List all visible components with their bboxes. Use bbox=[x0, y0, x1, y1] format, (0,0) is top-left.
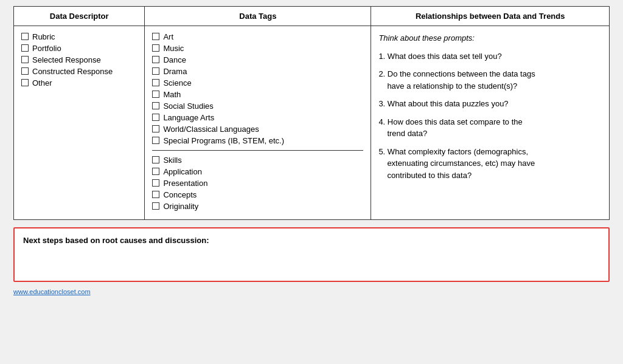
main-table: Data Descriptor Data Tags Relationships … bbox=[13, 6, 610, 220]
list-item: Skills bbox=[152, 156, 363, 165]
tag-label: Special Programs (IB, STEM, etc.) bbox=[163, 136, 284, 145]
prompt-number: 3. bbox=[378, 99, 387, 108]
list-item: Rubric bbox=[21, 32, 137, 41]
prompt-text: What complexity factors (demographics, bbox=[388, 147, 528, 156]
divider bbox=[152, 150, 363, 151]
list-item: Selected Response bbox=[21, 55, 137, 64]
page-wrapper: Data Descriptor Data Tags Relationships … bbox=[13, 6, 610, 296]
descriptor-label: Rubric bbox=[32, 32, 55, 41]
prompt-text: Do the connections between the data tags bbox=[388, 69, 535, 78]
header-descriptor: Data Descriptor bbox=[14, 7, 145, 26]
checkbox-world-languages[interactable] bbox=[152, 125, 159, 132]
list-item: Science bbox=[152, 78, 363, 88]
header-relationships: Relationships between Data and Trends bbox=[371, 7, 610, 26]
tag-label: Dance bbox=[163, 55, 186, 64]
footer-link[interactable]: www.educationcloset.com bbox=[13, 288, 91, 295]
checkbox-dance[interactable] bbox=[152, 56, 159, 63]
tag-label: Presentation bbox=[163, 179, 207, 188]
checkbox-art[interactable] bbox=[152, 33, 159, 40]
checkbox-music[interactable] bbox=[152, 44, 159, 52]
checkbox-special-programs[interactable] bbox=[152, 137, 159, 144]
prompt-text-cont2: contributed to this data? bbox=[378, 170, 602, 182]
list-item: Math bbox=[152, 90, 363, 99]
checkbox-application[interactable] bbox=[152, 168, 159, 175]
checkbox-selected-response[interactable] bbox=[21, 56, 29, 63]
checkbox-social-studies[interactable] bbox=[152, 102, 159, 109]
list-item: Art bbox=[152, 32, 363, 41]
list-item: Constructed Response bbox=[21, 67, 137, 76]
checkbox-portfolio[interactable] bbox=[21, 44, 29, 52]
list-item: Special Programs (IB, STEM, etc.) bbox=[152, 136, 363, 145]
tag-label: World/Classical Languages bbox=[163, 125, 259, 134]
list-item: Dance bbox=[152, 55, 363, 64]
checkbox-science[interactable] bbox=[152, 79, 159, 86]
prompt-text-cont: trend data? bbox=[378, 128, 602, 140]
descriptor-label: Other bbox=[32, 78, 52, 88]
list-item: Concepts bbox=[152, 190, 363, 199]
tag-label: Art bbox=[163, 32, 173, 41]
prompt-5: 5. What complexity factors (demographics… bbox=[378, 146, 602, 182]
tag-label: Language Arts bbox=[163, 113, 214, 122]
prompt-3: 3. What about this data puzzles you? bbox=[378, 98, 602, 110]
tag-label: Originality bbox=[163, 202, 198, 211]
list-item: Social Studies bbox=[152, 101, 363, 111]
checkbox-language-arts[interactable] bbox=[152, 114, 159, 121]
tag-label: Math bbox=[163, 90, 181, 99]
prompt-intro: Think about these prompts: bbox=[378, 32, 602, 44]
descriptor-cell: Rubric Portfolio Selected Response Const… bbox=[14, 26, 145, 220]
relationships-cell: Think about these prompts: 1. What does … bbox=[371, 26, 610, 220]
tag-label: Application bbox=[163, 167, 202, 176]
list-item: Portfolio bbox=[21, 44, 137, 53]
tag-label: Science bbox=[163, 78, 191, 88]
list-item: World/Classical Languages bbox=[152, 125, 363, 134]
prompt-text-cont: have a relationship to the student(s)? bbox=[378, 80, 602, 92]
prompt-text: What about this data puzzles you? bbox=[388, 99, 509, 108]
checkbox-constructed-response[interactable] bbox=[21, 67, 29, 75]
list-item: Drama bbox=[152, 67, 363, 76]
prompt-text-cont: extenuating circumstances, etc) may have bbox=[378, 157, 602, 170]
descriptor-label: Selected Response bbox=[32, 55, 101, 64]
list-item: Originality bbox=[152, 202, 363, 211]
checkbox-drama[interactable] bbox=[152, 67, 159, 75]
prompt-number: 4. bbox=[378, 117, 387, 126]
tags-cell: Art Music Dance Drama bbox=[145, 26, 371, 220]
prompt-text: How does this data set compare to the bbox=[388, 117, 523, 126]
next-steps-box[interactable]: Next steps based on root causes and disc… bbox=[13, 227, 610, 282]
header-tags: Data Tags bbox=[145, 7, 371, 26]
footer: www.educationcloset.com bbox=[13, 287, 610, 296]
prompt-number: 5. bbox=[378, 147, 387, 156]
list-item: Music bbox=[152, 44, 363, 53]
prompt-4: 4. How does this data set compare to the… bbox=[378, 116, 602, 140]
checkbox-concepts[interactable] bbox=[152, 191, 159, 198]
tag-label: Drama bbox=[163, 67, 187, 76]
prompt-number: 2. bbox=[378, 69, 387, 78]
tag-label: Social Studies bbox=[163, 101, 213, 111]
list-item: Application bbox=[152, 167, 363, 176]
tag-label: Skills bbox=[163, 156, 181, 165]
checkbox-math[interactable] bbox=[152, 91, 159, 98]
list-item: Other bbox=[21, 78, 137, 88]
prompt-number: 1. bbox=[378, 52, 387, 61]
list-item: Presentation bbox=[152, 179, 363, 188]
checkbox-other[interactable] bbox=[21, 79, 29, 86]
tag-label: Concepts bbox=[163, 190, 197, 199]
checkbox-skills[interactable] bbox=[152, 156, 159, 163]
descriptor-label: Constructed Response bbox=[32, 67, 113, 76]
tag-label: Music bbox=[163, 44, 184, 53]
prompt-text: What does this data set tell you? bbox=[388, 52, 502, 61]
list-item: Language Arts bbox=[152, 113, 363, 122]
next-steps-label: Next steps based on root causes and disc… bbox=[23, 236, 209, 245]
checkbox-originality[interactable] bbox=[152, 202, 159, 210]
prompt-2: 2. Do the connections between the data t… bbox=[378, 68, 602, 92]
prompt-1: 1. What does this data set tell you? bbox=[378, 50, 602, 63]
checkbox-presentation[interactable] bbox=[152, 179, 159, 187]
checkbox-rubric[interactable] bbox=[21, 33, 29, 40]
descriptor-label: Portfolio bbox=[32, 44, 61, 53]
